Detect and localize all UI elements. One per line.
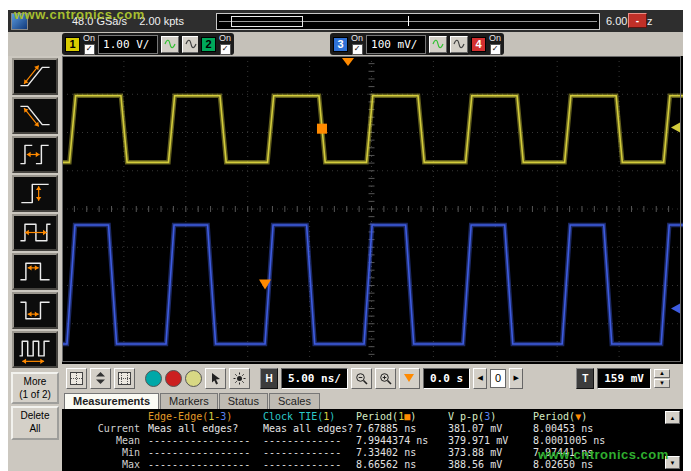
channel-3-on-label: On [351, 34, 363, 43]
sidebar-fall-time-button[interactable] [12, 97, 58, 134]
timebase-display[interactable]: 5.00 ns/ [281, 368, 348, 389]
scrollbar-down-button[interactable]: ▼ [665, 456, 680, 469]
marker-color-red-button[interactable] [165, 370, 182, 387]
measurement-value: 8.66562 ns [356, 459, 448, 470]
measurement-value: ----------------- [148, 435, 263, 446]
channel-3-button[interactable]: 3 [333, 37, 348, 52]
tab-markers[interactable]: Markers [160, 393, 218, 409]
measurement-value: 8.00453 ns [533, 423, 643, 434]
channel-2-on-toggle: On✓ [219, 34, 231, 55]
delete-all-button[interactable]: Delete All [11, 406, 59, 440]
channel-1-button[interactable]: 1 [65, 37, 80, 52]
pointer-tool-button[interactable] [205, 368, 226, 389]
timebase-overview-bar[interactable] [216, 13, 600, 30]
pointer-icon [210, 372, 222, 385]
measurement-value: 7.9944374 ns [356, 435, 448, 446]
marker-color-cyan-button[interactable] [145, 370, 162, 387]
channel-1-scale-display[interactable]: 1.00 V/ [98, 35, 158, 54]
sidebar-period-button[interactable] [12, 214, 58, 251]
horizontal-toolbar: H 5.00 ns/ 0.0 s ◀ 0 ▶ T 159 mV ▲ ▼ [62, 364, 683, 392]
sidebar: More (1 of 2) Delete All [8, 56, 62, 471]
sine-wave-icon [453, 39, 465, 49]
measurement-square-marker [317, 124, 327, 134]
sidebar-positive-width-button[interactable] [12, 253, 58, 290]
channel-2-button[interactable]: 2 [201, 37, 216, 52]
marker-color-yellow-button[interactable] [185, 370, 202, 387]
delay-display[interactable]: 0.0 s [423, 368, 470, 389]
measurement-value: 379.971 mV [448, 435, 533, 446]
sidebar-edge-edge-button[interactable] [12, 136, 58, 173]
measurement-title-1[interactable]: Edge-Edge(1-3) [148, 411, 263, 422]
minimize-button[interactable]: - [628, 13, 647, 28]
channel-1-waveform-button[interactable] [161, 36, 179, 53]
waveform-plot [62, 56, 683, 364]
brightness-button[interactable] [229, 368, 250, 389]
channel-4-on-toggle: On✓ [489, 34, 501, 55]
horizontal-key-button[interactable]: H [260, 368, 278, 389]
tab-status[interactable]: Status [219, 393, 268, 409]
trigger-key-button[interactable]: T [576, 368, 594, 389]
measurement-title-5[interactable]: Period(▼) [533, 411, 643, 422]
measurement-value: 381.07 mV [448, 423, 533, 434]
sine-wave-icon [432, 39, 444, 49]
channel-4-on-label: On [489, 34, 501, 43]
measurements-header-row: Edge-Edge(1-3)Clock TIE(1)Period(1■)V p-… [62, 410, 662, 422]
trigger-triangle-icon [403, 373, 415, 383]
sine-wave-icon [164, 39, 176, 49]
delete-all-label-2: All [29, 423, 40, 436]
trigger-level-down-button[interactable]: ▼ [654, 379, 670, 388]
measurement-row-current: CurrentMeas all edges?Meas all edges?7.6… [62, 422, 662, 434]
more-button-page: (1 of 2) [19, 389, 51, 402]
waveform-position-button[interactable] [90, 368, 111, 389]
period-icon [15, 217, 55, 248]
channel-1-group: 1On✓1.00 V/ [62, 33, 203, 55]
channel-3-on-checkbox[interactable]: ✓ [352, 44, 363, 55]
channel-3-bandwidth-button[interactable] [450, 36, 468, 53]
scrollbar-up-button[interactable]: ▲ [665, 411, 680, 424]
tab-measurements[interactable]: Measurements [64, 393, 159, 409]
rise-time-icon [15, 61, 55, 92]
zoom-in-button[interactable] [375, 368, 396, 389]
transition-icon [15, 178, 55, 209]
measurements-scrollbar[interactable]: ▲ ▼ [665, 411, 680, 469]
magnifier-minus-icon [355, 372, 368, 385]
channel-1-on-checkbox[interactable]: ✓ [84, 44, 95, 55]
channel-4-on-checkbox[interactable]: ✓ [490, 44, 501, 55]
measurement-value: ----------------- [148, 459, 263, 470]
sun-icon [233, 372, 246, 385]
waveform-display[interactable] [62, 56, 683, 364]
sidebar-transition-button[interactable] [12, 175, 58, 212]
grid-display-button[interactable] [66, 368, 87, 389]
channel-2-on-checkbox[interactable]: ✓ [220, 44, 231, 55]
measurement-value: Meas all edges? [148, 423, 263, 434]
measurement-title-3[interactable]: Period(1■) [356, 411, 448, 422]
more-button-label: More [24, 376, 47, 389]
zoom-out-button[interactable] [351, 368, 372, 389]
channel-3-on-toggle: On✓ [351, 34, 363, 55]
more-button[interactable]: More (1 of 2) [11, 372, 59, 404]
delay-decrement-button[interactable]: ◀ [473, 368, 487, 389]
channel-3-waveform-button[interactable] [429, 36, 447, 53]
channel-1-on-toggle: On✓ [83, 34, 95, 55]
sidebar-rise-time-button[interactable] [12, 58, 58, 95]
tab-scales[interactable]: Scales [269, 393, 320, 409]
channel-3-scale-display[interactable]: 100 mV/ [366, 35, 426, 54]
channel-2-on-label: On [219, 34, 231, 43]
measurement-value: 7.67885 ns [356, 423, 448, 434]
trigger-position-button[interactable] [399, 368, 420, 389]
overview-zoom-window[interactable] [231, 16, 303, 27]
display-options-button[interactable] [114, 368, 135, 389]
measurement-value: ------------- [263, 447, 356, 458]
fall-time-icon [15, 100, 55, 131]
measurement-value: Meas all edges? [263, 423, 356, 434]
measurement-title-4[interactable]: V p-p(3) [448, 411, 533, 422]
trigger-level-display[interactable]: 159 mV [597, 368, 651, 389]
overview-center-tick [408, 16, 409, 26]
measurement-title-2[interactable]: Clock TIE(1) [263, 411, 356, 422]
delay-increment-button[interactable]: ▶ [509, 368, 523, 389]
measurements-table: Edge-Edge(1-3)Clock TIE(1)Period(1■)V p-… [62, 410, 662, 470]
channel-4-button[interactable]: 4 [471, 37, 486, 52]
trigger-level-up-button[interactable]: ▲ [654, 369, 670, 378]
sidebar-negative-width-button[interactable] [12, 292, 58, 329]
sidebar-frequency-button[interactable] [12, 331, 58, 368]
